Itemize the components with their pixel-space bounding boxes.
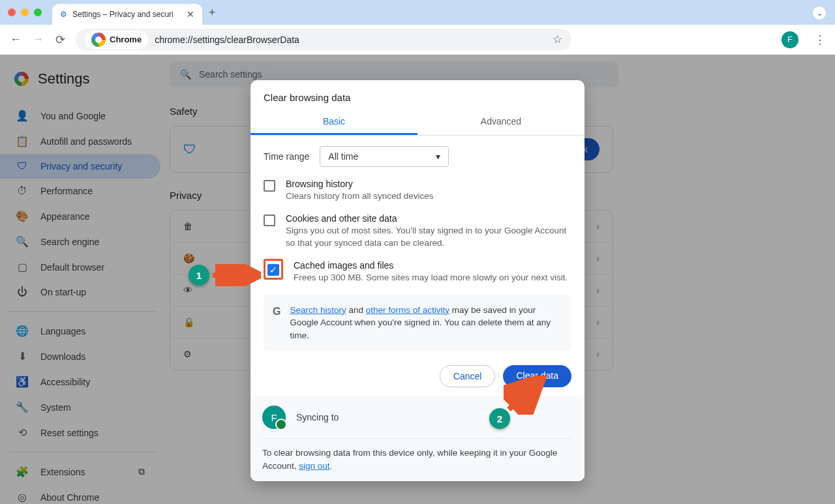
annotation-arrow-2: [504, 376, 549, 415]
svg-line-3: [509, 382, 538, 409]
address-bar[interactable]: Chrome chrome://settings/clearBrowserDat…: [76, 29, 571, 51]
tab-basic[interactable]: Basic: [250, 110, 418, 135]
dialog-title: Clear browsing data: [250, 80, 584, 110]
checkbox[interactable]: [264, 215, 275, 226]
clear-data-option: Browsing historyClears history from all …: [264, 179, 571, 203]
time-range-label: Time range: [264, 151, 309, 162]
google-g-icon: G: [273, 304, 281, 342]
profile-avatar[interactable]: F: [782, 31, 798, 48]
clear-browsing-data-dialog: Clear browsing data Basic Advanced Time …: [250, 80, 584, 481]
browser-tab[interactable]: ⚙ Settings – Privacy and securi ✕: [52, 4, 202, 25]
annotation-badge-2: 2: [489, 408, 510, 429]
option-desc: Clears history from all synced devices: [286, 190, 434, 203]
settings-page: Settings 👤You and Google📋Autofill and pa…: [0, 55, 835, 504]
chevron-down-icon: ▾: [436, 151, 440, 162]
minimize-window-icon[interactable]: [21, 8, 29, 16]
option-title: Cached images and files: [294, 260, 568, 271]
annotation-arrow-1: [210, 264, 261, 286]
search-history-link[interactable]: Search history: [290, 305, 346, 315]
sign-out-link[interactable]: sign out: [299, 461, 329, 471]
close-window-icon[interactable]: [8, 8, 16, 16]
clear-data-option: ✓Cached images and filesFrees up 300 MB.…: [264, 260, 571, 284]
info-text: Search history and other forms of activi…: [290, 304, 562, 342]
back-button[interactable]: ←: [9, 33, 22, 46]
window-controls: [8, 8, 42, 16]
close-tab-icon[interactable]: ✕: [187, 9, 194, 20]
site-chip[interactable]: Chrome: [85, 31, 148, 49]
bookmark-star-icon[interactable]: ☆: [553, 33, 562, 46]
checkbox[interactable]: ✓: [267, 264, 279, 276]
info-box: G Search history and other forms of acti…: [264, 295, 571, 351]
tabs-dropdown-icon[interactable]: ⌄: [813, 7, 826, 20]
checkbox[interactable]: [264, 180, 275, 192]
tab-title: Settings – Privacy and securi: [72, 10, 174, 19]
tab-bar: ⚙ Settings – Privacy and securi ✕ + ⌄: [0, 0, 835, 25]
syncing-to-label: Syncing to: [296, 412, 339, 422]
dialog-tabs: Basic Advanced: [250, 110, 584, 136]
new-tab-button[interactable]: +: [209, 6, 216, 20]
other-activity-link[interactable]: other forms of activity: [366, 305, 449, 315]
chrome-logo-icon: [91, 33, 106, 47]
footnote: To clear browsing data from this device …: [262, 447, 573, 472]
time-range-row: Time range All time ▾: [264, 146, 571, 167]
tab-advanced[interactable]: Advanced: [418, 110, 584, 135]
option-desc: Frees up 300 MB. Some sites may load mor…: [294, 272, 568, 284]
option-title: Browsing history: [286, 179, 434, 189]
option-title: Cookies and other site data: [286, 213, 571, 224]
gear-icon: ⚙: [60, 10, 67, 19]
clear-data-option: Cookies and other site dataSigns you out…: [264, 213, 571, 250]
menu-kebab-icon[interactable]: ⋮: [814, 33, 826, 47]
annotation-badge-1: 1: [189, 265, 209, 286]
url-text: chrome://settings/clearBrowserData: [155, 35, 299, 45]
cancel-button[interactable]: Cancel: [440, 365, 496, 387]
forward-button: →: [31, 33, 44, 46]
option-desc: Signs you out of most sites. You'll stay…: [286, 225, 571, 250]
avatar: F: [262, 406, 286, 429]
maximize-window-icon[interactable]: [34, 8, 42, 16]
reload-button[interactable]: ⟳: [53, 33, 67, 47]
time-range-select[interactable]: All time ▾: [320, 146, 449, 167]
browser-toolbar: ← → ⟳ Chrome chrome://settings/clearBrow…: [0, 25, 835, 55]
